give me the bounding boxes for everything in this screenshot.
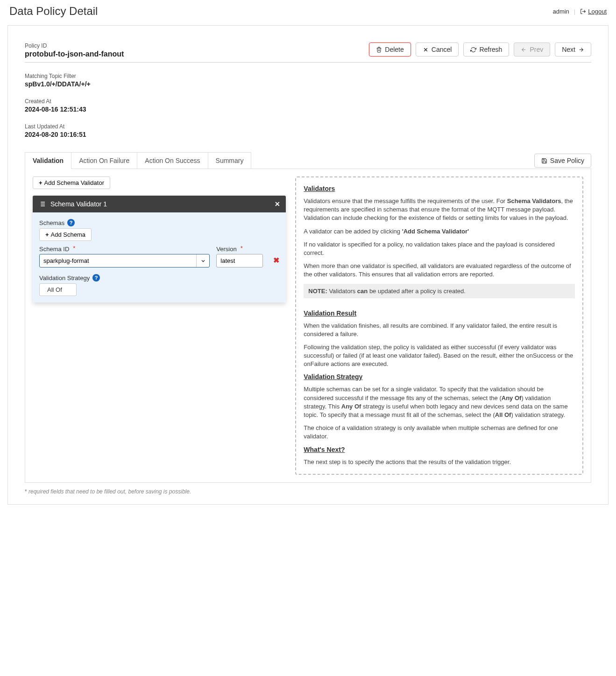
tab-action-on-failure[interactable]: Action On Failure bbox=[71, 152, 137, 169]
refresh-label: Refresh bbox=[479, 46, 502, 53]
schema-id-combo[interactable] bbox=[39, 254, 210, 268]
tab-validation[interactable]: Validation bbox=[25, 152, 71, 169]
schema-id-dropdown-toggle[interactable] bbox=[196, 254, 209, 267]
save-icon bbox=[541, 158, 547, 164]
help-icon[interactable]: ? bbox=[67, 219, 75, 226]
save-policy-label: Save Policy bbox=[550, 157, 584, 164]
refresh-icon bbox=[470, 47, 476, 53]
remove-schema-button[interactable]: ✖ bbox=[273, 256, 279, 268]
close-icon bbox=[423, 47, 429, 53]
logout-icon bbox=[580, 8, 586, 14]
add-schema-button[interactable]: + Add Schema bbox=[39, 228, 92, 241]
validation-strategy-label: Validation Strategy bbox=[39, 275, 90, 282]
help-text: Validators ensure that the message fulfi… bbox=[304, 197, 507, 204]
help-result-title: Validation Result bbox=[304, 310, 575, 317]
validation-strategy-value[interactable]: All Of bbox=[39, 283, 77, 296]
delete-button[interactable]: Delete bbox=[369, 42, 411, 56]
add-schema-validator-button[interactable]: + Add Schema Validator bbox=[33, 176, 110, 189]
note-label: NOTE: bbox=[308, 288, 327, 295]
plus-icon: + bbox=[45, 231, 49, 238]
arrow-left-icon bbox=[521, 47, 527, 53]
add-schema-validator-label: Add Schema Validator bbox=[44, 179, 104, 186]
help-text: Any Of bbox=[502, 394, 522, 401]
prev-button[interactable]: Prev bbox=[514, 42, 550, 56]
topic-filter-value: spBv1.0/+/DDATA/+/+ bbox=[25, 80, 591, 88]
help-text: If no validator is specified for a polic… bbox=[304, 240, 575, 257]
add-schema-label: Add Schema bbox=[51, 231, 85, 238]
policy-id-value: protobuf-to-json-and-fanout bbox=[25, 50, 124, 58]
help-next-title: What's Next? bbox=[304, 446, 575, 453]
next-label: Next bbox=[562, 46, 575, 53]
help-text: When more than one validator is specifie… bbox=[304, 262, 575, 279]
topic-filter-label: Matching Topic Filter bbox=[25, 73, 591, 79]
help-text: Any Of bbox=[341, 403, 361, 410]
help-text: Validators bbox=[327, 288, 357, 295]
help-text: can bbox=[357, 288, 368, 295]
required-star: * bbox=[73, 245, 75, 252]
schema-id-input[interactable] bbox=[40, 254, 196, 267]
user-bar: admin | Logout bbox=[552, 8, 607, 15]
help-text: The choice of a validation strategy is o… bbox=[304, 424, 575, 441]
next-button[interactable]: Next bbox=[555, 42, 591, 56]
remove-validator-button[interactable]: ✕ bbox=[275, 200, 280, 208]
help-panel: Validators Validators ensure that the me… bbox=[295, 176, 583, 475]
save-policy-button[interactable]: Save Policy bbox=[534, 154, 591, 168]
help-strategy-title: Validation Strategy bbox=[304, 373, 575, 380]
footnote-text: required fields that need to be filled o… bbox=[27, 488, 191, 495]
schemas-label: Schemas bbox=[39, 219, 64, 226]
created-at-value: 2024-08-16 12:51:43 bbox=[25, 106, 591, 113]
version-label: Version bbox=[216, 246, 236, 253]
help-text: Following the validation step, the polic… bbox=[304, 343, 575, 369]
trash-icon bbox=[376, 47, 382, 53]
help-text: 'Add Schema Validator' bbox=[402, 228, 469, 235]
user-name: admin bbox=[552, 8, 569, 15]
tab-panel-validation: + Add Schema Validator Schema Validator … bbox=[25, 169, 591, 483]
refresh-button[interactable]: Refresh bbox=[463, 42, 509, 56]
help-icon[interactable]: ? bbox=[92, 274, 100, 282]
plus-icon: + bbox=[39, 179, 42, 186]
footnote: * required fields that need to be filled… bbox=[25, 488, 591, 495]
logout-label: Logout bbox=[588, 8, 607, 15]
main-card: Policy ID protobuf-to-json-and-fanout De… bbox=[7, 25, 609, 505]
divider: | bbox=[574, 8, 575, 15]
help-text: Schema Validators bbox=[507, 197, 561, 204]
delete-label: Delete bbox=[385, 46, 404, 53]
list-icon bbox=[38, 200, 46, 208]
tabs: Validation Action On Failure Action On S… bbox=[25, 152, 251, 169]
help-validators-title: Validators bbox=[304, 185, 575, 192]
page-title: Data Policy Detail bbox=[9, 5, 98, 18]
validator-title: Schema Validator 1 bbox=[50, 200, 107, 208]
help-text: ) validation strategy. bbox=[511, 411, 565, 418]
schema-id-label: Schema ID bbox=[39, 246, 69, 253]
created-at-label: Created At bbox=[25, 98, 591, 105]
required-star: * bbox=[241, 245, 243, 252]
cancel-button[interactable]: Cancel bbox=[416, 42, 459, 56]
help-text: A validator can be added by clicking bbox=[304, 228, 402, 235]
note-box: NOTE: Validators can be updated after a … bbox=[304, 284, 575, 298]
help-text: be updated after a policy is created. bbox=[368, 288, 466, 295]
logout-link[interactable]: Logout bbox=[580, 8, 607, 15]
policy-id-label: Policy ID bbox=[25, 42, 124, 49]
updated-at-value: 2024-08-20 10:16:51 bbox=[25, 131, 591, 138]
schema-validator-card: Schema Validator 1 ✕ Schemas ? + Add Sch… bbox=[33, 196, 286, 303]
cancel-label: Cancel bbox=[432, 46, 452, 53]
tab-summary[interactable]: Summary bbox=[208, 152, 252, 169]
version-combo[interactable] bbox=[216, 254, 263, 268]
help-text: All Of bbox=[495, 411, 511, 418]
tab-action-on-success[interactable]: Action On Success bbox=[137, 152, 208, 169]
arrow-right-icon bbox=[578, 47, 584, 53]
chevron-down-icon bbox=[200, 258, 206, 264]
help-text: The next step is to specify the actions … bbox=[304, 458, 575, 466]
updated-at-label: Last Updated At bbox=[25, 123, 591, 130]
help-text: When the validation finishes, all result… bbox=[304, 322, 575, 338]
prev-label: Prev bbox=[530, 46, 543, 53]
